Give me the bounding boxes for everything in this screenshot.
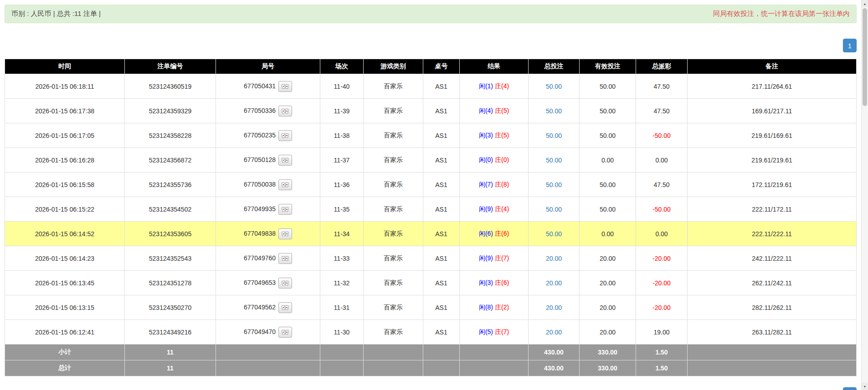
view-result-button[interactable] bbox=[278, 130, 292, 141]
footer-payout-cell: 1.50 bbox=[636, 344, 688, 360]
table-row: 2026-01-15 06:14:52 523124353605 6770498… bbox=[5, 222, 857, 246]
total-bet-link[interactable]: 50.00 bbox=[546, 132, 562, 139]
payout-cell: 0.00 bbox=[636, 148, 688, 172]
info-bar: 币别 : 人民币 | 总共 :11 注单 | 同局有效投注，统一计算在该局第一张… bbox=[5, 5, 857, 23]
cards-icon bbox=[282, 305, 289, 310]
total-bet-cell: 50.00 bbox=[529, 172, 580, 197]
footer-payout-cell: 1.50 bbox=[636, 360, 688, 376]
table-body: 2026-01-15 06:18:11 523124360519 6770504… bbox=[5, 74, 857, 344]
footer-empty-cell bbox=[364, 344, 423, 360]
view-result-button[interactable] bbox=[278, 106, 292, 116]
view-result-button[interactable] bbox=[278, 179, 292, 190]
banker-result: 庄(4) bbox=[495, 205, 509, 213]
footer-label-cell: 总计 bbox=[5, 360, 125, 376]
payout-cell: -20.00 bbox=[636, 295, 688, 320]
total-bet-link[interactable]: 20.00 bbox=[546, 279, 562, 287]
round-number: 677050128 bbox=[244, 156, 276, 163]
footer-empty-cell bbox=[423, 344, 460, 360]
banker-result: 庄(2) bbox=[495, 304, 509, 311]
round-cell: 677050336 bbox=[216, 99, 320, 123]
time-cell: 2026-01-15 06:14:23 bbox=[5, 246, 125, 271]
view-result-button[interactable] bbox=[278, 228, 292, 239]
banker-result: 庄(5) bbox=[495, 132, 509, 139]
table-number-cell: AS1 bbox=[423, 123, 460, 148]
round-cell: 677050431 bbox=[216, 74, 320, 99]
game-type-cell: 百家乐 bbox=[364, 320, 423, 344]
round-cell: 677049653 bbox=[216, 271, 320, 295]
time-cell: 2026-01-15 06:13:15 bbox=[5, 295, 125, 320]
footer-empty-cell bbox=[688, 360, 857, 376]
payout-cell: -50.00 bbox=[636, 123, 688, 148]
footer-valid-bet-cell: 330.00 bbox=[580, 360, 636, 376]
view-result-button[interactable] bbox=[278, 327, 292, 338]
round-cell: 677050128 bbox=[216, 148, 320, 172]
table-row: 2026-01-15 06:13:15 523124350270 6770495… bbox=[5, 295, 857, 320]
valid-bet-cell: 20.00 bbox=[580, 295, 636, 320]
player-result: 闲(3) bbox=[479, 132, 493, 139]
remark-cell: 242.11/222.11 bbox=[688, 246, 857, 271]
view-result-button[interactable] bbox=[278, 81, 292, 92]
payout-cell: 47.50 bbox=[636, 74, 688, 99]
total-bet-cell: 20.00 bbox=[529, 246, 580, 271]
total-bet-link[interactable]: 20.00 bbox=[546, 329, 562, 336]
footer-label-cell: 小计 bbox=[5, 344, 125, 360]
total-bet-link[interactable]: 20.00 bbox=[546, 255, 562, 262]
total-bet-cell: 50.00 bbox=[529, 99, 580, 123]
cards-icon bbox=[282, 207, 289, 212]
remark-cell: 282.11/262.11 bbox=[688, 295, 857, 320]
game-type-cell: 百家乐 bbox=[364, 172, 423, 197]
table-number-cell: AS1 bbox=[423, 222, 460, 246]
footer-valid-bet-cell: 330.00 bbox=[580, 344, 636, 360]
cards-icon bbox=[282, 84, 289, 89]
valid-bet-cell: 50.00 bbox=[580, 172, 636, 197]
payout-cell: -20.00 bbox=[636, 271, 688, 295]
view-result-button[interactable] bbox=[278, 278, 292, 289]
footer-empty-cell bbox=[460, 344, 529, 360]
game-type-cell: 百家乐 bbox=[364, 222, 423, 246]
view-result-button[interactable] bbox=[278, 253, 292, 264]
valid-bet-cell: 0.00 bbox=[580, 222, 636, 246]
currency-summary-text: 币别 : 人民币 | 总共 :11 注单 | bbox=[11, 10, 101, 18]
scroll-down-arrow[interactable]: ▼ bbox=[862, 383, 868, 390]
banker-result: 庄(4) bbox=[495, 82, 509, 90]
view-result-button[interactable] bbox=[278, 155, 292, 166]
view-result-button[interactable] bbox=[278, 204, 292, 215]
time-cell: 2026-01-15 06:15:22 bbox=[5, 197, 125, 222]
result-cell: 闲(0)庄(0) bbox=[460, 148, 529, 172]
valid-bet-cell: 50.00 bbox=[580, 197, 636, 222]
cards-icon bbox=[282, 329, 289, 335]
total-bet-link[interactable]: 50.00 bbox=[546, 181, 562, 188]
notice-text: 同局有效投注，统一计算在该局第一张注单内 bbox=[713, 10, 850, 18]
page-button-1[interactable]: 1 bbox=[843, 39, 857, 52]
total-bet-link[interactable]: 50.00 bbox=[546, 83, 562, 90]
player-result: 闲(3) bbox=[479, 279, 493, 286]
player-result: 闲(5) bbox=[479, 328, 493, 335]
time-cell: 2026-01-15 06:12:41 bbox=[5, 320, 125, 344]
scroll-up-arrow[interactable]: ▲ bbox=[862, 0, 868, 7]
table-row: 2026-01-15 06:14:23 523124352543 6770497… bbox=[5, 246, 857, 271]
scrollbar-thumb[interactable] bbox=[863, 8, 867, 106]
table-row: 2026-01-15 06:12:41 523124349216 6770494… bbox=[5, 320, 857, 344]
total-bet-link[interactable]: 50.00 bbox=[546, 206, 562, 213]
column-header: 时间 bbox=[5, 59, 125, 74]
game-type-cell: 百家乐 bbox=[364, 123, 423, 148]
page-button-1-bottom[interactable]: 1 bbox=[843, 387, 857, 390]
time-cell: 2026-01-15 06:16:28 bbox=[5, 148, 125, 172]
cards-icon bbox=[282, 133, 289, 138]
table-number-cell: AS1 bbox=[423, 295, 460, 320]
banker-result: 庄(7) bbox=[495, 328, 509, 335]
game-type-cell: 百家乐 bbox=[364, 246, 423, 271]
total-bet-link[interactable]: 50.00 bbox=[546, 157, 562, 164]
vertical-scrollbar[interactable]: ▲ ▼ bbox=[861, 0, 868, 390]
total-bet-link[interactable]: 50.00 bbox=[546, 107, 562, 115]
round-number: 677050235 bbox=[244, 131, 276, 138]
total-bet-link[interactable]: 50.00 bbox=[546, 230, 562, 238]
game-type-cell: 百家乐 bbox=[364, 295, 423, 320]
view-result-button[interactable] bbox=[278, 302, 292, 313]
table-row: 2026-01-15 06:16:28 523124356872 6770501… bbox=[5, 148, 857, 172]
payout-cell: -20.00 bbox=[636, 246, 688, 271]
footer-total-bet-cell: 430.00 bbox=[529, 344, 580, 360]
remark-cell: 172.11/219.61 bbox=[688, 172, 857, 197]
bet-id-cell: 523124353605 bbox=[125, 222, 216, 246]
total-bet-link[interactable]: 20.00 bbox=[546, 304, 562, 311]
